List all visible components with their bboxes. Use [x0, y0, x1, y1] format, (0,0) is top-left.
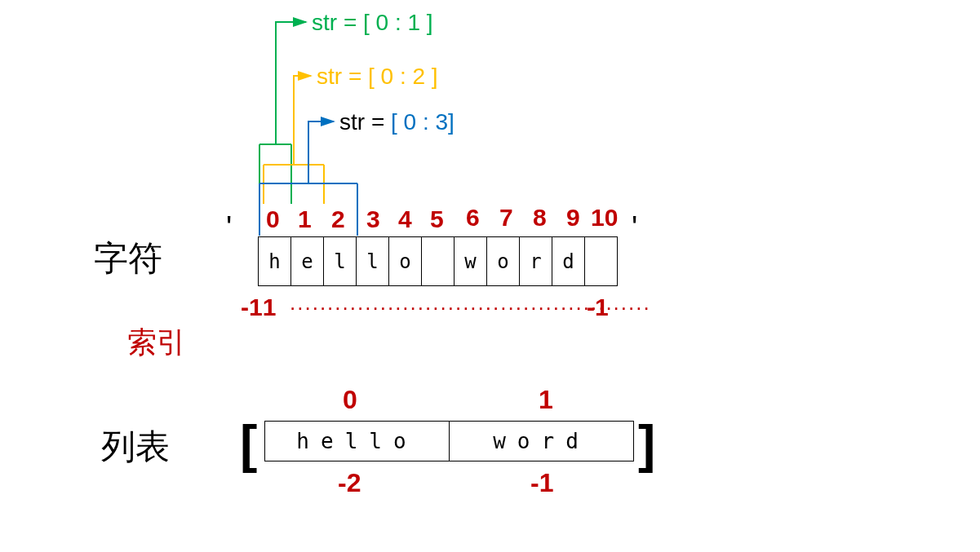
- bracket-right: ]: [638, 414, 655, 475]
- string-cell: e: [291, 237, 324, 285]
- string-cell: w: [455, 237, 487, 285]
- string-cells: h e l l o w o r d: [258, 236, 618, 286]
- pos-idx-5: 5: [430, 205, 444, 233]
- string-cell: o: [389, 237, 422, 285]
- pos-idx-2: 2: [331, 205, 345, 233]
- pos-idx-9: 9: [566, 204, 580, 232]
- string-cell: l: [357, 237, 389, 285]
- label-string: 字符: [94, 236, 162, 281]
- pos-idx-3: 3: [366, 205, 380, 233]
- list-pos-idx-0: 0: [343, 385, 357, 415]
- list-neg-idx-1: -1: [530, 468, 553, 498]
- string-cell: h: [259, 237, 291, 285]
- string-cell: [585, 237, 617, 285]
- pos-idx-10: 10: [591, 204, 618, 232]
- pos-idx-7: 7: [499, 204, 513, 232]
- string-cell: l: [324, 237, 357, 285]
- bracket-left: [: [240, 414, 257, 475]
- string-cell: [422, 237, 455, 285]
- pos-idx-6: 6: [466, 204, 480, 232]
- quote-left: ': [226, 210, 232, 245]
- list-cells: hello word: [264, 421, 634, 461]
- list-neg-idx-0: -2: [338, 468, 361, 498]
- string-cell: r: [520, 237, 552, 285]
- list-cell: hello: [265, 422, 450, 461]
- slice-label-01: str = [ 0 : 1 ]: [312, 10, 433, 36]
- pos-idx-0: 0: [266, 205, 280, 233]
- pos-idx-1: 1: [298, 205, 312, 233]
- list-pos-idx-1: 1: [539, 385, 553, 415]
- neg-idx-right: -1: [587, 294, 609, 321]
- list-cell: word: [450, 422, 633, 461]
- pos-idx-4: 4: [398, 205, 412, 233]
- slice-label-03: str = [ 0 : 3]: [339, 109, 455, 135]
- slice-label-02: str = [ 0 : 2 ]: [317, 64, 438, 90]
- label-list: 列表: [101, 424, 170, 470]
- string-cell: d: [552, 237, 585, 285]
- string-cell: o: [487, 237, 520, 285]
- neg-idx-left: -11: [241, 294, 276, 321]
- label-index: 索引: [127, 323, 186, 363]
- quote-right: ': [632, 210, 637, 245]
- pos-idx-8: 8: [533, 204, 547, 232]
